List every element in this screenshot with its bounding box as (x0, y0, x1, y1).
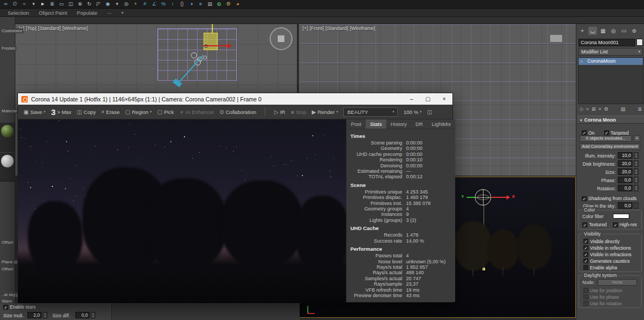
spinner-field-size[interactable]: 20,0 (618, 168, 633, 175)
spinner-field-illum-intensity[interactable]: 10,0 (618, 152, 633, 159)
render-button[interactable]: ▶Render▾ (312, 109, 338, 115)
scene-object-box[interactable] (550, 34, 563, 43)
select-manipulate-icon[interactable]: + (132, 1, 139, 8)
collaboration-button[interactable]: ⊙Collaboration (219, 109, 256, 115)
highres-checkbox[interactable]: ✓High-res (613, 222, 637, 227)
ribbon-tab-selection[interactable]: Selection (8, 10, 29, 16)
tab-stats[interactable]: Stats (366, 119, 386, 129)
minimize-button[interactable]: – (403, 93, 420, 105)
spinner-arrows[interactable]: ▴▾ (634, 168, 639, 175)
object-name-field[interactable]: Corona Moon001 (579, 39, 635, 46)
viewport-menu-top[interactable]: [Top] (26, 26, 37, 31)
checkbox-visible-directly[interactable]: ✓Visible directly (583, 238, 619, 244)
selection-filter-icon[interactable]: ▾ (30, 1, 37, 8)
render-image[interactable] (18, 119, 346, 303)
stack-list-icon[interactable]: ▤ (621, 106, 625, 112)
checkbox-box[interactable]: ✓ (583, 252, 588, 257)
viewport-menu-wireframe[interactable]: [Wireframe] (62, 26, 88, 31)
rollout-corona-moon[interactable]: ▾Corona Moon (577, 116, 644, 124)
maximize-button[interactable]: ▢ (420, 93, 436, 105)
spin-down-icon[interactable]: ▾ (634, 164, 638, 166)
checkbox-box[interactable]: ✓ (583, 239, 588, 244)
copy-button[interactable]: ◫Copy (77, 109, 96, 115)
modifier-stack-item[interactable]: ○CoronaMoon (579, 58, 643, 65)
moon-target-marker[interactable] (482, 268, 485, 270)
remove-modifier-icon[interactable]: × (598, 106, 601, 112)
save-button[interactable]: ▣Save▾ (23, 109, 45, 115)
interactive-render-button[interactable]: ▷IR (274, 109, 285, 115)
spin-down-icon[interactable]: ▾ (634, 188, 638, 191)
select-object-icon[interactable]: ► (39, 1, 46, 8)
checkbox-box[interactable] (583, 265, 588, 270)
spin-down-icon[interactable]: ▾ (634, 155, 638, 158)
unlink-icon[interactable]: ∅ (11, 1, 19, 8)
spinner-field-disk-brightness[interactable]: 20,0 (618, 160, 633, 167)
pick-button[interactable]: ▢Pick (157, 109, 174, 115)
ribbon-options-icon[interactable]: ▾ (121, 10, 123, 15)
tab-utilities[interactable]: ⊚ (630, 27, 639, 35)
spinner-arrows[interactable]: ▴▾ (634, 185, 639, 191)
window-crossing-icon[interactable]: ◫ (67, 1, 74, 8)
tab-history[interactable]: History (386, 119, 412, 129)
material-slot[interactable] (0, 123, 15, 152)
stack-menu-icon[interactable]: ≣ (637, 106, 642, 112)
tab-modify[interactable]: ◡ (588, 27, 597, 35)
ribbon-minimize-icon[interactable]: — (107, 10, 111, 15)
close-button[interactable]: × (436, 93, 452, 105)
select-place-icon[interactable]: ◉ (104, 1, 111, 8)
size-diff-field[interactable]: 0,0 (75, 312, 90, 318)
bind-spacewarp-icon[interactable]: ≈ (21, 1, 28, 8)
glow-spinner[interactable] (634, 202, 639, 209)
pivot-center-icon[interactable]: ◎ (123, 1, 130, 8)
checkbox-box[interactable]: ✓ (583, 258, 588, 263)
make-unique-icon[interactable]: ⊞ (592, 106, 596, 112)
checkbox-enable-alpha[interactable]: Enable alpha (583, 264, 617, 270)
ab-compare-button[interactable]: ◫ (427, 109, 432, 115)
modifier-enable-icon[interactable]: ○ (580, 58, 583, 65)
targeted-checkbox[interactable]: ✓Targeted (604, 130, 629, 136)
tab-create[interactable]: + (578, 27, 587, 35)
size-mult-spinner[interactable]: ▴▾ (43, 312, 47, 318)
spinner-snap-icon[interactable]: ↕ (169, 1, 176, 8)
pin-stack-icon[interactable]: ◇ (580, 106, 583, 112)
select-rotate-icon[interactable]: ↻ (86, 1, 93, 8)
add-coronasky-button[interactable]: Add CoronaSky environment (580, 143, 640, 150)
corona-moon-gizmo[interactable] (475, 189, 491, 206)
customize-label[interactable]: Customize (1, 28, 23, 33)
render-element-button[interactable]: BEAUTY▾ (343, 107, 398, 117)
spin-down-icon[interactable]: ▾ (634, 172, 638, 174)
tab-display[interactable]: ▭ (619, 27, 628, 35)
textured-checkbox[interactable]: ✓Textured (582, 222, 607, 227)
viewcube[interactable] (270, 27, 293, 50)
modifier-stack[interactable]: ○CoronaMoon (578, 57, 643, 104)
object-color-swatch[interactable] (636, 39, 643, 46)
spin-down-icon[interactable]: ▾ (634, 180, 638, 183)
shadowing-clouds-checkbox[interactable]: ✓Shadowing from clouds (582, 196, 636, 201)
spinner-field-phase[interactable]: 0,0 (618, 177, 633, 183)
exclude-add-button[interactable]: + (634, 135, 640, 142)
color-filter-swatch[interactable] (613, 214, 629, 219)
send-to-max-button[interactable]: 3> Max (51, 107, 71, 117)
render-setup-icon[interactable]: ⚙ (225, 1, 232, 8)
exclude-button[interactable]: 0 objects excluded... (580, 135, 632, 142)
size-mult-field[interactable]: 2,0 (27, 312, 41, 318)
material-editor-icon[interactable]: ◍ (216, 1, 223, 8)
viewport-menu-front[interactable]: [Front] (309, 26, 324, 31)
snap-toggle-icon[interactable]: # (141, 1, 148, 8)
material-slot[interactable] (0, 153, 15, 182)
size-diff-spinner[interactable]: ▴▾ (91, 312, 96, 318)
ref-coord-icon[interactable]: ▾ (114, 1, 121, 8)
render-frame-icon[interactable]: ◕ (234, 1, 241, 8)
viewport-menu-standard[interactable]: [Standard] (38, 26, 61, 31)
spinner-field-rotation[interactable]: 0,0 (618, 185, 633, 191)
erase-button[interactable]: ×Erase (102, 109, 120, 115)
tab-lightmix[interactable]: LightMix (427, 119, 455, 129)
viewport-menu-wireframe[interactable]: [Wireframe] (350, 26, 375, 31)
rect-region-icon[interactable]: ▭ (58, 1, 65, 8)
spinner-arrows[interactable]: ▴▾ (634, 152, 639, 159)
mirror-icon[interactable]: ◑ (188, 1, 195, 8)
tab-dr[interactable]: DR (411, 119, 427, 129)
checkbox-box[interactable]: ✓ (583, 245, 588, 250)
node-button[interactable]: None (598, 279, 637, 286)
region-button[interactable]: ▢Region▾ (125, 109, 152, 115)
